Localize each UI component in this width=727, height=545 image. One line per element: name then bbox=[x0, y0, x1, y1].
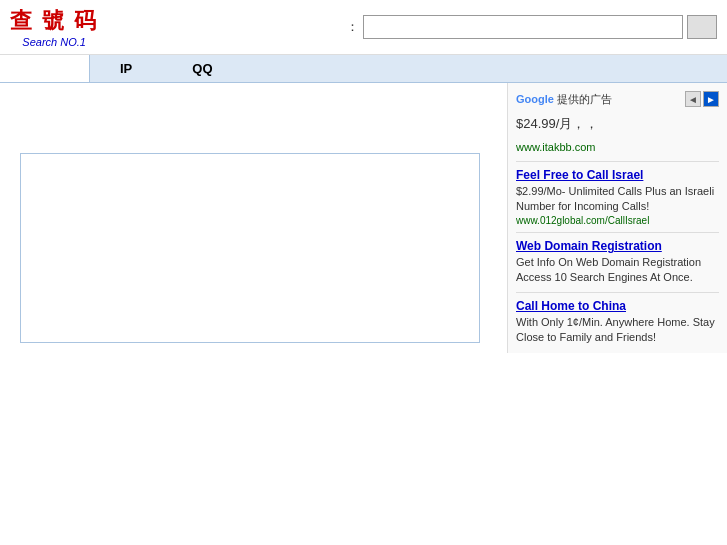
navbar: IP QQ bbox=[0, 55, 727, 83]
ad3-desc: With Only 1¢/Min. Anywhere Home. Stay Cl… bbox=[516, 316, 715, 343]
google-word: Google bbox=[516, 93, 554, 105]
main-layout: Google 提供的广告 ◄ ► $24.99/月，， www.itakbb.c… bbox=[0, 83, 727, 353]
ad-2: Web Domain Registration Get Info On Web … bbox=[516, 239, 719, 286]
navbar-spacer bbox=[0, 55, 90, 82]
right-panel: Google 提供的广告 ◄ ► $24.99/月，， www.itakbb.c… bbox=[507, 83, 727, 353]
ad1-desc: $2.99/Mo- Unlimited Calls Plus an Israel… bbox=[516, 185, 714, 212]
header: 查 號 码 Search NO.1 ： bbox=[0, 0, 727, 55]
search-area: ： bbox=[346, 15, 717, 39]
arrow-left[interactable]: ◄ bbox=[685, 91, 701, 107]
nav-item-qq[interactable]: QQ bbox=[162, 55, 242, 82]
ad-divider-3 bbox=[516, 292, 719, 293]
ad-3: Call Home to China With Only 1¢/Min. Any… bbox=[516, 299, 719, 346]
ads-header: Google 提供的广告 ◄ ► bbox=[516, 91, 719, 107]
nav-arrows: ◄ ► bbox=[685, 91, 719, 107]
price-section: $24.99/月，， bbox=[516, 115, 719, 133]
logo-area: 查 號 码 Search NO.1 bbox=[10, 6, 98, 48]
content-box bbox=[20, 153, 480, 343]
ad2-desc: Get Info On Web Domain Registration Acce… bbox=[516, 256, 701, 283]
search-input[interactable] bbox=[363, 15, 683, 39]
nav-item-ip[interactable]: IP bbox=[90, 55, 162, 82]
provided-label: 提供的广告 bbox=[557, 93, 612, 105]
ad3-title[interactable]: Call Home to China bbox=[516, 299, 719, 313]
left-panel bbox=[0, 83, 507, 353]
google-ads-label: Google 提供的广告 bbox=[516, 92, 612, 107]
price-main: $24.99/月，， bbox=[516, 116, 598, 131]
logo-english: Search NO.1 bbox=[22, 36, 86, 48]
arrow-right[interactable]: ► bbox=[703, 91, 719, 107]
logo-chinese: 查 號 码 bbox=[10, 6, 98, 36]
ad-divider-2 bbox=[516, 232, 719, 233]
ad1-title[interactable]: Feel Free to Call Israel bbox=[516, 168, 719, 182]
search-button[interactable] bbox=[687, 15, 717, 39]
ad-divider-1 bbox=[516, 161, 719, 162]
ad2-title[interactable]: Web Domain Registration bbox=[516, 239, 719, 253]
itakbb-link[interactable]: www.itakbb.com bbox=[516, 141, 719, 153]
ad-1: Feel Free to Call Israel $2.99/Mo- Unlim… bbox=[516, 168, 719, 226]
ad1-url: www.012global.com/CallIsrael bbox=[516, 215, 719, 226]
search-colon: ： bbox=[346, 18, 359, 36]
